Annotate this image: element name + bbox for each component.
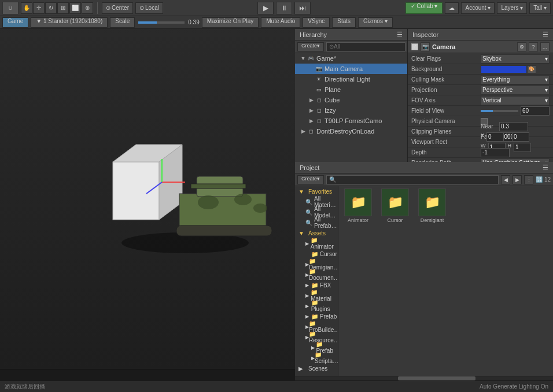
mute-audio[interactable]: Mute Audio: [261, 17, 300, 28]
account-button[interactable]: Account ▾: [461, 2, 495, 14]
asset-tree-label: 📁 Documen…: [309, 268, 338, 281]
color-picker-btn[interactable]: 🎨: [527, 65, 536, 73]
rect-tool[interactable]: ⬜: [69, 2, 81, 14]
physical-camera-label: Physical Camera: [411, 118, 481, 124]
hierarchy-header: Hierarchy ☰: [295, 29, 407, 40]
asset-label-1: Cursor: [387, 217, 403, 223]
hierarchy-item-directional-light[interactable]: ☀ Directional Light: [295, 74, 407, 84]
camera-info-btn[interactable]: ?: [529, 42, 538, 51]
culling-mask-value: Everything: [482, 76, 510, 83]
x-input[interactable]: [486, 132, 504, 142]
hierarchy-item-plane[interactable]: ▭ Plane: [295, 84, 407, 95]
inspector-scroll[interactable]: ✓ 📷 Camera ⚙ ? … Clear Flags Skybox▾: [408, 40, 553, 162]
icon-directional-light: ☀: [315, 75, 323, 83]
project-icon1[interactable]: ◀: [501, 175, 510, 184]
hierarchy-create-btn[interactable]: Create▾: [297, 42, 324, 51]
right-panel: Hierarchy ☰ Create▾ ▼ 🎮 Game* 📷 Main Cam…: [295, 29, 553, 380]
hierarchy-item-dontdestroy[interactable]: ▶ ◻ DontDestroyOnLoad: [295, 126, 407, 136]
asset-tree-item-11[interactable]: ▶ 📁 Scripta…: [295, 353, 338, 363]
asset-label-2: Demigiant: [421, 217, 444, 223]
depth-input[interactable]: [481, 148, 510, 157]
hand-tool[interactable]: ✋: [21, 2, 32, 14]
project-create-btn[interactable]: Create▾: [297, 175, 324, 184]
camera-settings-btn[interactable]: ⚙: [517, 42, 526, 51]
clear-flags-row: Clear Flags Skybox▾: [408, 54, 553, 64]
scrollbar-thumb[interactable]: [398, 376, 475, 380]
asset-tree-label: 📁 Scripta…: [315, 352, 338, 364]
label-main-camera: Main Camera: [325, 65, 363, 72]
hierarchy-menu-icon[interactable]: ☰: [397, 31, 403, 38]
asset-grid-item-2[interactable]: 📁 Demigiant: [415, 188, 449, 223]
hierarchy-item-game[interactable]: ▼ 🎮 Game*: [295, 53, 407, 64]
display-select[interactable]: ▼ 1 Stander (1920x1080): [31, 17, 108, 28]
icon-main-camera: 📷: [315, 65, 323, 73]
fov-axis-dropdown[interactable]: Vertical▾: [481, 96, 550, 105]
status-bar: 游戏就绪后回播 Auto Generate Lighting On: [0, 380, 553, 392]
project-scrollbar[interactable]: [295, 376, 553, 380]
maximize-on-play[interactable]: Maximize On Play: [202, 17, 259, 28]
project-search[interactable]: [326, 175, 499, 184]
hierarchy-item-izzy[interactable]: ▶ ◻ Izzy: [295, 105, 407, 116]
cloud-button[interactable]: ☁: [445, 2, 459, 14]
fov-input[interactable]: [521, 106, 550, 116]
move-tool[interactable]: ✛: [33, 2, 45, 14]
white-cube: [113, 162, 159, 220]
xy-row: X Y: [481, 132, 550, 142]
scale-slider[interactable]: [138, 21, 185, 24]
projection-dropdown[interactable]: Perspective▾: [481, 86, 550, 95]
vsync[interactable]: VSync: [303, 17, 330, 28]
project-icon2[interactable]: ▶: [513, 175, 522, 184]
project-menu-icon[interactable]: ☰: [543, 164, 548, 171]
clear-flags-dropdown[interactable]: Skybox▾: [481, 54, 550, 64]
fov-slider[interactable]: [481, 110, 518, 112]
project-icon3[interactable]: ⋮: [524, 175, 533, 184]
project-sidebar[interactable]: ▼ Favorites 🔍All Materi…🔍All Model…🔍All …: [295, 186, 338, 376]
scenes-item[interactable]: ▶ Scenes: [295, 363, 338, 373]
layout-button[interactable]: Tall ▾: [529, 2, 551, 14]
camera-enable-toggle[interactable]: ✓: [411, 43, 418, 50]
rotate-tool[interactable]: ↻: [45, 2, 57, 14]
near-input[interactable]: [499, 122, 528, 131]
scale-tool[interactable]: ⊞: [57, 2, 69, 14]
asset-tree-arrow: ▶: [305, 293, 311, 298]
asset-tree-item-6[interactable]: ▶ 📁 Plugins: [295, 301, 338, 311]
asset-tree-item-0[interactable]: ▶ 📁 Animator: [295, 238, 338, 249]
gizmos[interactable]: Gizmos ▾: [358, 17, 393, 28]
asset-grid-item-1[interactable]: 📁 Cursor: [378, 188, 412, 223]
clipping-planes-label: Clipping Planes: [411, 128, 481, 135]
pause-button[interactable]: ⏸: [276, 2, 292, 14]
main-area: Hierarchy ☰ Create▾ ▼ 🎮 Game* 📷 Main Cam…: [0, 29, 553, 380]
projection-value: Perspective: [482, 87, 513, 93]
game-viewport[interactable]: [0, 29, 295, 369]
center-toggle[interactable]: ⊙ Center: [102, 2, 133, 14]
hierarchy-item-main-camera[interactable]: 📷 Main Camera: [295, 64, 407, 74]
asset-grid-item-0[interactable]: 📁 Animator: [341, 188, 375, 223]
play-button[interactable]: ▶: [257, 2, 274, 14]
hierarchy-search[interactable]: [326, 42, 405, 51]
culling-mask-dropdown[interactable]: Everything▾: [481, 75, 550, 84]
stats[interactable]: Stats: [332, 17, 356, 28]
camera-more-btn[interactable]: …: [540, 42, 550, 51]
inspector-menu-icon[interactable]: ☰: [543, 31, 548, 38]
project-toolbar: Create▾ ◀ ▶ ⋮ 🔢 12: [295, 173, 553, 186]
project-content: ▼ Favorites 🔍All Materi…🔍All Model…🔍All …: [295, 186, 553, 376]
y-input[interactable]: [512, 132, 529, 142]
collab-button[interactable]: ✓ Collab ▾: [405, 2, 443, 14]
step-button[interactable]: ⏭: [294, 2, 311, 14]
local-toggle[interactable]: ⊙ Local: [135, 2, 163, 14]
near-label: Near: [481, 123, 497, 130]
multi-tool[interactable]: ⊕: [82, 2, 93, 14]
asset-tree-item-3[interactable]: ▶ 📁 Documen…: [295, 269, 338, 280]
scene-svg: [0, 29, 295, 306]
h-input[interactable]: [514, 143, 531, 152]
hierarchy-item-cube[interactable]: ▶ ◻ Cube: [295, 95, 407, 105]
favorites-item[interactable]: 🔍All Prefab…: [295, 217, 338, 228]
game-tab[interactable]: Game: [2, 17, 28, 28]
asset-grid: 📁 Animator 📁 Cursor 📁 Demigiant: [338, 186, 553, 225]
layers-button[interactable]: Layers ▾: [497, 2, 527, 14]
background-color[interactable]: [481, 65, 527, 73]
viewport-rect-row: Viewport Rect X Y W: [408, 137, 553, 147]
status-left: 游戏就绪后回播: [5, 383, 45, 391]
hierarchy-item-t90lp[interactable]: ▶ ◻ T90LP ForrestCamo: [295, 116, 407, 126]
y-label: Y: [506, 132, 510, 142]
